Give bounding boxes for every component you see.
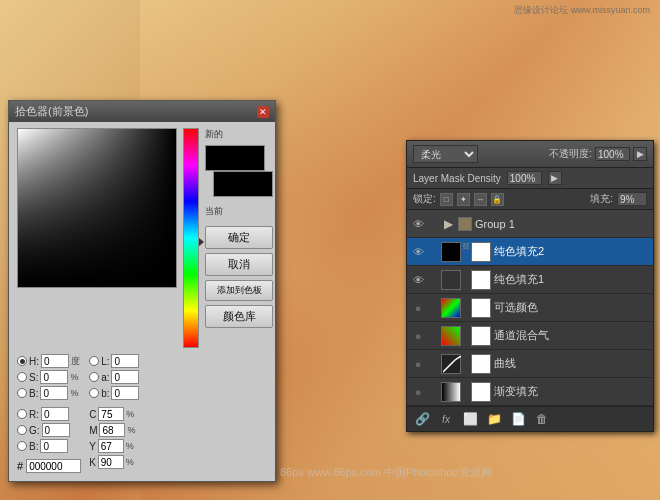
layer-mask-density-label: Layer Mask Density bbox=[413, 173, 501, 184]
color-library-button[interactable]: 颜色库 bbox=[205, 305, 273, 328]
layer-row[interactable]: 👁 ⛓ 纯色填充2 bbox=[407, 238, 653, 266]
layer-visibility-icon[interactable]: ● bbox=[411, 301, 425, 315]
lock-transparency-icon[interactable]: □ bbox=[440, 193, 453, 206]
lock-image-icon[interactable]: ✦ bbox=[457, 193, 470, 206]
layer-name: 可选颜色 bbox=[494, 300, 649, 315]
red-label: R: bbox=[29, 409, 39, 420]
magenta-input-row: M % bbox=[89, 423, 139, 437]
chain-icon: ⛓ bbox=[462, 242, 470, 262]
color-swatch-new bbox=[205, 145, 265, 171]
black-input-row: K % bbox=[89, 455, 139, 469]
layer-row[interactable]: ● 曲线 bbox=[407, 350, 653, 378]
blue-input-row: B: bbox=[17, 439, 81, 453]
layer-name: 通道混合气 bbox=[494, 328, 649, 343]
layer-mask-thumbnail bbox=[471, 326, 491, 346]
layer-visibility-icon[interactable]: ● bbox=[411, 357, 425, 371]
layer-name: Group 1 bbox=[475, 218, 649, 230]
lock-all-icon[interactable]: 🔒 bbox=[491, 193, 504, 206]
layer-thumbnail bbox=[441, 242, 461, 262]
layer-visibility-icon[interactable]: 👁 bbox=[411, 217, 425, 231]
lock-row: 锁定: □ ✦ ↔ 🔒 填充: bbox=[407, 189, 653, 210]
brightness-input[interactable] bbox=[40, 386, 68, 400]
blue-label: B: bbox=[29, 441, 38, 452]
watermark-text: 思缘设计论坛 www.missyuan.com bbox=[514, 4, 650, 17]
hue-spectrum-bar[interactable] bbox=[183, 128, 199, 348]
lab-a-input[interactable] bbox=[111, 370, 139, 384]
layer-visibility-icon[interactable]: 👁 bbox=[411, 273, 425, 287]
layer-visibility-icon[interactable]: ● bbox=[411, 385, 425, 399]
lightness-label: L: bbox=[101, 356, 109, 367]
mask-icon[interactable]: ⬜ bbox=[461, 410, 479, 428]
layer-visibility-icon[interactable]: ● bbox=[411, 329, 425, 343]
link-icon[interactable]: 🔗 bbox=[413, 410, 431, 428]
fill-input[interactable] bbox=[617, 192, 647, 206]
layer-mask-density-input[interactable] bbox=[507, 171, 542, 185]
swatch-current-label: 当前 bbox=[205, 206, 223, 216]
lab-b-input[interactable] bbox=[111, 386, 139, 400]
ok-button[interactable]: 确定 bbox=[205, 226, 273, 249]
layer-row[interactable]: 👁 纯色填充1 bbox=[407, 266, 653, 294]
brightness-input-row: B: % bbox=[17, 386, 81, 400]
black-label: K bbox=[89, 457, 96, 468]
lab-a-label: a: bbox=[101, 372, 109, 383]
red-input[interactable] bbox=[41, 407, 69, 421]
green-radio[interactable] bbox=[17, 425, 27, 435]
chain-icon bbox=[462, 270, 470, 290]
lightness-input[interactable] bbox=[111, 354, 139, 368]
opacity-label: 不透明度: bbox=[549, 147, 592, 161]
lab-a-radio[interactable] bbox=[89, 372, 99, 382]
green-input[interactable] bbox=[42, 423, 70, 437]
lab-a-input-row: a: bbox=[89, 370, 139, 384]
magenta-input[interactable] bbox=[99, 423, 125, 437]
lab-b-radio[interactable] bbox=[89, 388, 99, 398]
green-input-row: G: bbox=[17, 423, 81, 437]
brightness-label: B: bbox=[29, 388, 38, 399]
hue-label: H: bbox=[29, 356, 39, 367]
blue-radio[interactable] bbox=[17, 441, 27, 451]
new-layer-icon[interactable]: 📄 bbox=[509, 410, 527, 428]
layer-thumbnail bbox=[441, 354, 461, 374]
layer-row[interactable]: 👁 ▶ Group 1 bbox=[407, 210, 653, 238]
blend-mode-select[interactable]: 柔光 bbox=[413, 145, 478, 163]
layers-toolbar: 🔗 fx ⬜ 📁 📄 🗑 bbox=[407, 406, 653, 431]
black-input[interactable] bbox=[98, 455, 124, 469]
close-button[interactable]: ✕ bbox=[257, 106, 269, 118]
layer-row[interactable]: ● 通道混合气 bbox=[407, 322, 653, 350]
lock-position-icon[interactable]: ↔ bbox=[474, 193, 487, 206]
add-to-swatches-button[interactable]: 添加到色板 bbox=[205, 280, 273, 301]
layer-thumb-pair bbox=[441, 270, 491, 290]
hex-input-row: # bbox=[17, 459, 81, 473]
saturation-radio[interactable] bbox=[17, 372, 27, 382]
hue-input[interactable] bbox=[41, 354, 69, 368]
layer-row[interactable]: ● 可选颜色 bbox=[407, 294, 653, 322]
folder-icon: ▶ bbox=[441, 217, 455, 231]
opacity-arrow[interactable]: ▶ bbox=[633, 147, 647, 161]
saturation-unit: % bbox=[70, 372, 78, 382]
density-arrow[interactable]: ▶ bbox=[548, 171, 562, 185]
blue-input[interactable] bbox=[40, 439, 68, 453]
layer-row[interactable]: ● 渐变填充 bbox=[407, 378, 653, 406]
yellow-input[interactable] bbox=[98, 439, 124, 453]
hex-input[interactable] bbox=[26, 459, 81, 473]
cyan-input[interactable] bbox=[98, 407, 124, 421]
delete-layer-icon[interactable]: 🗑 bbox=[533, 410, 551, 428]
cancel-button[interactable]: 取消 bbox=[205, 253, 273, 276]
layer-mask-thumbnail bbox=[471, 354, 491, 374]
cyan-label: C bbox=[89, 409, 96, 420]
lightness-radio[interactable] bbox=[89, 356, 99, 366]
fx-icon[interactable]: fx bbox=[437, 410, 455, 428]
color-gradient-picker[interactable] bbox=[17, 128, 177, 288]
saturation-label: S: bbox=[29, 372, 38, 383]
group-layers-icon[interactable]: 📁 bbox=[485, 410, 503, 428]
layers-panel: 柔光 不透明度: ▶ Layer Mask Density ▶ 锁定: □ ✦ … bbox=[406, 140, 654, 432]
brightness-radio[interactable] bbox=[17, 388, 27, 398]
opacity-input[interactable] bbox=[595, 147, 630, 161]
layer-thumbnail bbox=[441, 326, 461, 346]
layer-visibility-icon[interactable]: 👁 bbox=[411, 245, 425, 259]
red-radio[interactable] bbox=[17, 409, 27, 419]
layer-thumbnail bbox=[441, 298, 461, 318]
color-picker-dialog: 拾色器(前景色) ✕ 新的 bbox=[8, 100, 276, 482]
yellow-label: Y bbox=[89, 441, 96, 452]
saturation-input[interactable] bbox=[40, 370, 68, 384]
hue-radio[interactable] bbox=[17, 356, 27, 366]
